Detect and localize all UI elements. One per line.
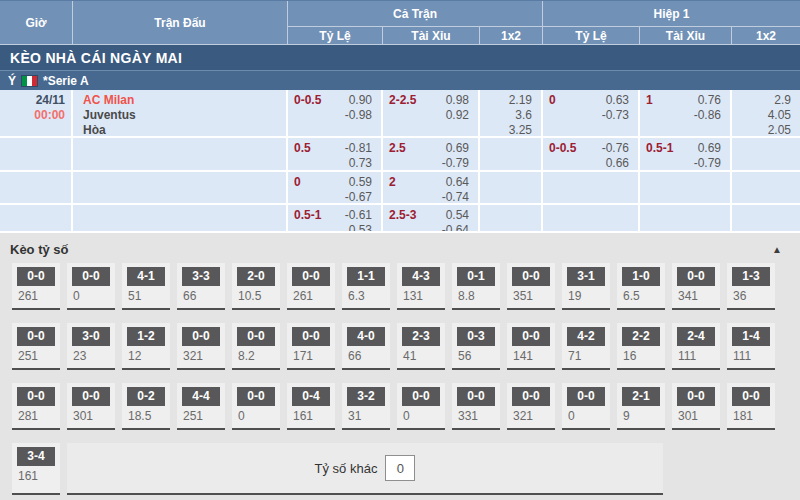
odds-value[interactable]: 0.92 (446, 108, 469, 123)
odds-value[interactable]: -0.86 (694, 108, 721, 123)
odds-value[interactable]: -0.76 (602, 141, 629, 156)
score-cell[interactable]: 3-366 (177, 263, 225, 310)
score-cell[interactable]: 0-0261 (287, 263, 335, 310)
score-odds: 6.5 (617, 286, 665, 308)
score-cell[interactable]: 1-06.5 (617, 263, 665, 310)
away-team[interactable]: Juventus (83, 108, 286, 123)
score-cell[interactable]: 0-08.2 (232, 323, 280, 370)
score-cell[interactable]: 3-231 (342, 383, 390, 430)
score-cell[interactable]: 0-0171 (287, 323, 335, 370)
score-cell[interactable]: 0-0321 (507, 383, 555, 430)
odds-value[interactable]: 0.76 (698, 93, 721, 108)
score-cell[interactable]: 0-0261 (12, 263, 60, 310)
odds-value[interactable]: 3.25 (509, 123, 532, 136)
score-chip: 4-2 (567, 327, 605, 346)
odds-value[interactable]: 0.63 (606, 93, 629, 108)
odds-value[interactable]: 0.59 (349, 175, 372, 190)
odds-value[interactable]: -0.79 (442, 156, 469, 170)
match-date: 24/11 (0, 93, 65, 108)
odds-value[interactable]: 0.90 (349, 93, 372, 108)
odds-value[interactable]: -0.64 (442, 223, 469, 231)
handicap-line: 0-0.5 (294, 93, 321, 136)
score-chip: 2-2 (622, 327, 660, 346)
score-cell[interactable]: 2-216 (617, 323, 665, 370)
score-cell[interactable]: 0-0321 (177, 323, 225, 370)
odds-value[interactable]: 0.64 (446, 175, 469, 190)
score-cell[interactable]: 0-00 (67, 263, 115, 310)
odds-value[interactable]: 0.69 (698, 141, 721, 156)
score-cell[interactable]: 4-4251 (177, 383, 225, 430)
score-cell[interactable]: 2-341 (397, 323, 445, 370)
score-chip: 2-3 (402, 327, 440, 346)
score-cell[interactable]: 0-218.5 (122, 383, 170, 430)
score-odds: 0 (397, 406, 445, 428)
score-cell[interactable]: 0-0251 (12, 323, 60, 370)
score-cell[interactable]: 2-4111 (672, 323, 720, 370)
score-cell[interactable]: 3-023 (67, 323, 115, 370)
odds-value[interactable]: -0.74 (442, 190, 469, 203)
score-cell[interactable]: 0-0141 (507, 323, 555, 370)
score-cell[interactable]: 4-151 (122, 263, 170, 310)
score-cell[interactable]: 0-0341 (672, 263, 720, 310)
score-row: 0-02610-004-1513-3662-010.50-02611-16.34… (0, 263, 800, 310)
score-cell[interactable]: 1-212 (122, 323, 170, 370)
score-cell[interactable]: 4-3131 (397, 263, 445, 310)
odds-value[interactable]: 0.98 (446, 93, 469, 108)
score-cell[interactable]: 0-18.8 (452, 263, 500, 310)
other-score-label: Tỷ số khác (315, 461, 378, 476)
score-cell[interactable]: 0-00 (232, 383, 280, 430)
score-chip: 0-0 (72, 267, 110, 286)
score-chip: 0-0 (237, 327, 275, 346)
score-odds: 18.5 (122, 406, 170, 428)
overunder-line: 2-2.5 (389, 93, 416, 136)
score-odds: 56 (452, 346, 500, 368)
score-cell[interactable]: 0-0181 (727, 383, 775, 430)
odds-value[interactable]: 3.6 (515, 108, 532, 123)
score-cell[interactable]: 2-010.5 (232, 263, 280, 310)
collapse-arrow-icon[interactable]: ▲ (772, 245, 782, 255)
score-cell[interactable]: 0-4161 (287, 383, 335, 430)
overunder-line: 1 (646, 93, 653, 136)
odds-value[interactable]: 2.9 (774, 93, 791, 108)
odds-value[interactable]: 0.66 (606, 156, 629, 170)
odds-value[interactable]: 2.19 (509, 93, 532, 108)
handicap-line: 0.5-1 (294, 208, 321, 231)
score-cell[interactable]: 0-00 (397, 383, 445, 430)
home-team[interactable]: AC Milan (83, 93, 286, 108)
score-odds: 66 (177, 286, 225, 308)
score-chip: 0-0 (677, 267, 715, 286)
empty-cell (73, 138, 288, 170)
overunder-line: 0.5-1 (646, 141, 673, 170)
score-chip: 0-0 (512, 267, 550, 286)
score-cell[interactable]: 0-00 (562, 383, 610, 430)
score-cell[interactable]: 0-0301 (672, 383, 720, 430)
score-chip: 0-0 (17, 387, 55, 406)
score-cell[interactable]: 2-19 (617, 383, 665, 430)
league-row[interactable]: Ý *Serie A (0, 71, 800, 90)
odds-value[interactable]: 0.53 (349, 223, 372, 231)
score-cell[interactable]: 1-16.3 (342, 263, 390, 310)
odds-value[interactable]: 0.73 (349, 156, 372, 170)
odds-value[interactable]: -0.61 (345, 208, 372, 223)
other-score-cell[interactable]: Tỷ số khác 0 (67, 443, 663, 495)
odds-value[interactable]: -0.67 (345, 190, 372, 203)
score-cell[interactable]: 4-066 (342, 323, 390, 370)
odds-value[interactable]: -0.98 (345, 108, 372, 123)
score-cell[interactable]: 3-119 (562, 263, 610, 310)
odds-value[interactable]: 0.69 (446, 141, 469, 156)
score-cell[interactable]: 0-356 (452, 323, 500, 370)
odds-value[interactable]: -0.81 (345, 141, 372, 156)
odds-value[interactable]: -0.79 (694, 156, 721, 170)
score-cell[interactable]: 0-0351 (507, 263, 555, 310)
score-cell[interactable]: 1-4111 (727, 323, 775, 370)
score-cell[interactable]: 0-0301 (67, 383, 115, 430)
odds-value[interactable]: 2.05 (768, 123, 791, 136)
score-cell[interactable]: 3-4 161 (12, 443, 60, 495)
score-cell[interactable]: 0-0281 (12, 383, 60, 430)
score-cell[interactable]: 4-271 (562, 323, 610, 370)
odds-value[interactable]: 0.54 (446, 208, 469, 223)
odds-value[interactable]: -0.73 (602, 108, 629, 123)
score-cell[interactable]: 0-0331 (452, 383, 500, 430)
score-cell[interactable]: 1-336 (727, 263, 775, 310)
odds-value[interactable]: 4.05 (768, 108, 791, 123)
